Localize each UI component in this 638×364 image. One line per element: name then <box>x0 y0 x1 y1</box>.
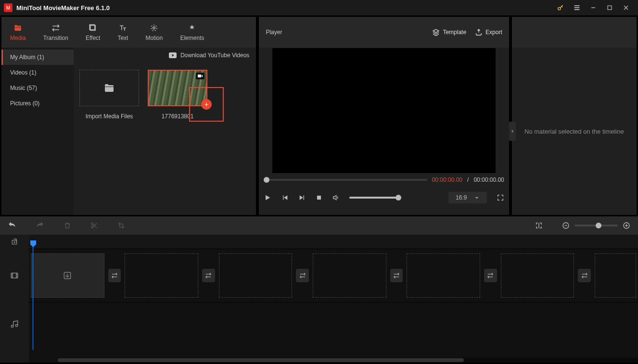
volume-icon[interactable] <box>332 194 340 201</box>
menu-icon[interactable] <box>569 0 585 15</box>
svg-point-0 <box>558 7 561 10</box>
plus-icon: + <box>201 99 212 110</box>
export-icon <box>475 28 483 36</box>
title-bar: M MiniTool MovieMaker Free 6.1.0 <box>0 0 638 15</box>
aspect-ratio-select[interactable]: 16:9 <box>448 192 487 203</box>
main-tabs: Media Transition Effect Text Motion Elem… <box>1 17 256 48</box>
preview-viewport[interactable] <box>272 48 496 173</box>
download-youtube-link[interactable]: Download YouTube Videos <box>74 48 256 63</box>
effect-icon <box>89 23 97 33</box>
youtube-icon <box>169 52 177 58</box>
svg-rect-8 <box>317 196 321 200</box>
prev-frame-button[interactable] <box>281 194 289 201</box>
media-panel: Media Transition Effect Text Motion Elem… <box>1 17 256 215</box>
svg-point-5 <box>151 25 157 31</box>
timeline <box>0 235 638 363</box>
video-track-icon <box>0 249 29 302</box>
sidebar-videos[interactable]: Videos (1) <box>1 65 74 80</box>
fullscreen-button[interactable] <box>497 194 504 201</box>
tab-motion[interactable]: Motion <box>137 17 171 48</box>
player-panel: Player Template Export 00:00:00.00 / 00:… <box>259 17 509 215</box>
audio-track[interactable] <box>29 302 638 346</box>
zoom-in-button[interactable] <box>623 222 630 229</box>
tab-transition[interactable]: Transition <box>35 17 77 48</box>
transition-slot[interactable] <box>108 269 121 282</box>
media-sidebar: My Album (1) Videos (1) Music (57) Pictu… <box>1 48 74 215</box>
template-icon <box>432 28 440 36</box>
svg-rect-7 <box>198 75 201 77</box>
split-button[interactable] <box>90 222 98 229</box>
next-frame-button[interactable] <box>298 194 306 201</box>
timeline-scrollbar[interactable] <box>58 358 638 363</box>
tab-effect[interactable]: Effect <box>77 17 109 48</box>
no-selection-message: No material selected on the timeline <box>512 128 637 135</box>
seek-bar[interactable] <box>264 179 427 181</box>
tab-text[interactable]: Text <box>109 17 137 48</box>
clip-slot[interactable] <box>595 253 636 298</box>
video-badge-icon <box>196 73 204 79</box>
chevron-down-icon <box>474 195 479 200</box>
video-track[interactable] <box>29 249 638 302</box>
tab-media[interactable]: Media <box>1 17 35 48</box>
crop-button[interactable] <box>117 222 125 229</box>
import-label: Import Media Files <box>86 113 133 120</box>
import-media-tile[interactable]: Import Media Files <box>79 70 139 120</box>
playhead[interactable] <box>33 244 33 350</box>
import-dropzone[interactable] <box>79 70 139 106</box>
app-logo-icon: M <box>4 3 13 12</box>
folder-icon <box>13 23 22 33</box>
audio-track-icon <box>0 302 29 346</box>
minimize-button[interactable] <box>585 0 601 15</box>
text-icon <box>118 23 127 33</box>
add-to-timeline-overlay[interactable]: + <box>189 87 224 122</box>
player-label: Player <box>266 29 423 36</box>
preview-area <box>259 48 509 174</box>
key-icon[interactable] <box>552 0 569 15</box>
motion-icon <box>150 23 158 33</box>
maximize-button[interactable] <box>601 0 618 15</box>
clip-slot[interactable] <box>31 253 104 298</box>
elements-icon <box>188 23 196 33</box>
play-button[interactable] <box>264 194 271 201</box>
app-title: MiniTool MovieMaker Free 6.1.0 <box>16 4 552 12</box>
tab-elements[interactable]: Elements <box>171 17 213 48</box>
transition-slot[interactable] <box>390 269 403 282</box>
clip-slot[interactable] <box>313 253 386 298</box>
clip-slot[interactable] <box>125 253 198 298</box>
svg-point-4 <box>153 27 155 29</box>
sidebar-pictures[interactable]: Pictures (0) <box>1 96 74 111</box>
current-time: 00:00:00.00 <box>432 176 462 183</box>
clip-slot[interactable] <box>219 253 293 298</box>
undo-button[interactable] <box>8 221 16 230</box>
add-track-button[interactable] <box>0 235 29 249</box>
zoom-slider[interactable] <box>574 225 618 226</box>
properties-panel: No material selected on the timeline <box>512 17 637 215</box>
delete-button[interactable] <box>64 222 71 229</box>
volume-slider[interactable] <box>349 197 397 199</box>
total-duration: 00:00:00.00 <box>473 176 504 183</box>
fit-button[interactable] <box>535 222 543 229</box>
redo-button[interactable] <box>36 221 44 230</box>
transition-slot[interactable] <box>578 269 591 282</box>
export-button[interactable]: Export <box>475 28 502 36</box>
template-button[interactable]: Template <box>432 28 466 36</box>
transition-icon <box>51 23 60 33</box>
sidebar-my-album[interactable]: My Album (1) <box>1 50 74 65</box>
timeline-ruler[interactable] <box>29 235 638 249</box>
sidebar-music[interactable]: Music (57) <box>1 80 74 96</box>
svg-rect-14 <box>11 273 18 278</box>
svg-rect-1 <box>608 6 612 10</box>
transition-slot[interactable] <box>296 269 309 282</box>
transition-slot[interactable] <box>484 269 497 282</box>
zoom-out-button[interactable] <box>562 222 570 229</box>
timeline-tools <box>0 216 638 235</box>
transition-slot[interactable] <box>202 269 215 282</box>
media-clip-1[interactable]: 1776913801 + <box>148 70 207 120</box>
stop-button[interactable] <box>316 194 322 201</box>
close-button[interactable] <box>618 0 634 15</box>
clip-slot[interactable] <box>501 253 574 298</box>
clip-slot[interactable] <box>407 253 480 298</box>
